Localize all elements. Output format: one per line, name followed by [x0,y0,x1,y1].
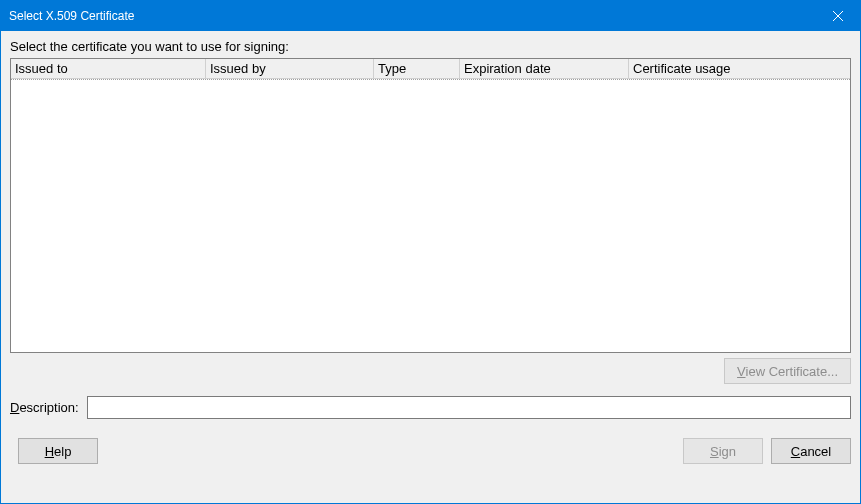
title-bar: Select X.509 Certificate [1,1,860,31]
view-cert-row: View Certificate... [10,358,851,384]
instruction-label: Select the certificate you want to use f… [10,39,851,54]
column-header-issued-by[interactable]: Issued by [206,59,374,78]
dialog-footer: Help Sign Cancel [10,438,851,464]
table-body-empty[interactable] [11,79,850,353]
window-title: Select X.509 Certificate [9,9,815,23]
column-header-type[interactable]: Type [374,59,460,78]
description-label: Description: [10,400,79,415]
close-button[interactable] [815,1,860,31]
table-header-row: Issued to Issued by Type Expiration date… [11,59,850,79]
dialog-window: Select X.509 Certificate Select the cert… [0,0,861,504]
column-header-expiration[interactable]: Expiration date [460,59,629,78]
column-header-usage[interactable]: Certificate usage [629,59,850,78]
dialog-body: Select the certificate you want to use f… [1,31,860,503]
help-button[interactable]: Help [18,438,98,464]
view-certificate-button: View Certificate... [724,358,851,384]
description-row: Description: [10,396,851,419]
description-input[interactable] [87,396,851,419]
sign-button: Sign [683,438,763,464]
cancel-button[interactable]: Cancel [771,438,851,464]
certificate-table[interactable]: Issued to Issued by Type Expiration date… [10,58,851,353]
column-header-issued-to[interactable]: Issued to [11,59,206,78]
close-icon [833,11,843,21]
